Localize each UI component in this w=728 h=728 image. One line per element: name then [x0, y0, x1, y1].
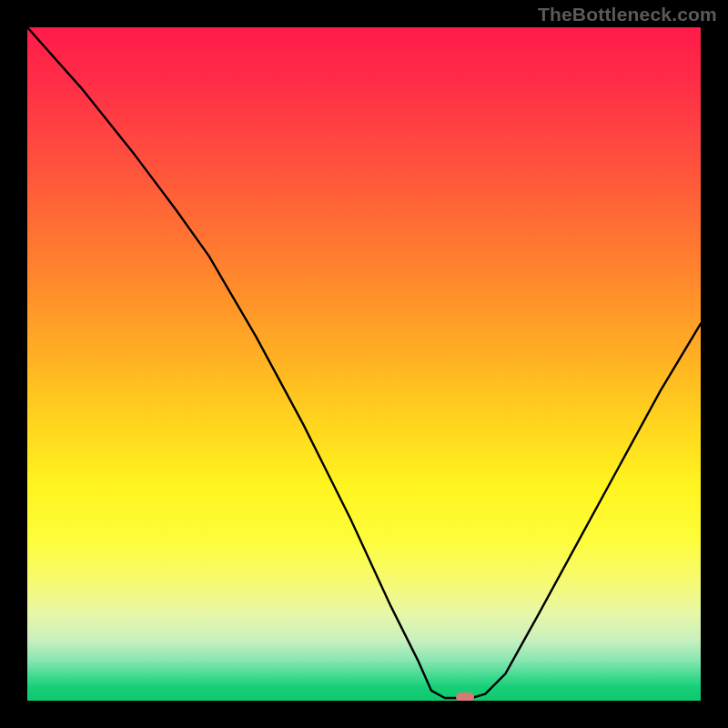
- bottleneck-curve: [27, 27, 701, 701]
- optimal-marker: [456, 693, 474, 701]
- plot-area: [27, 27, 701, 701]
- chart-frame: TheBottleneck.com: [0, 0, 728, 728]
- curve-path: [27, 27, 701, 698]
- watermark-text: TheBottleneck.com: [538, 4, 717, 25]
